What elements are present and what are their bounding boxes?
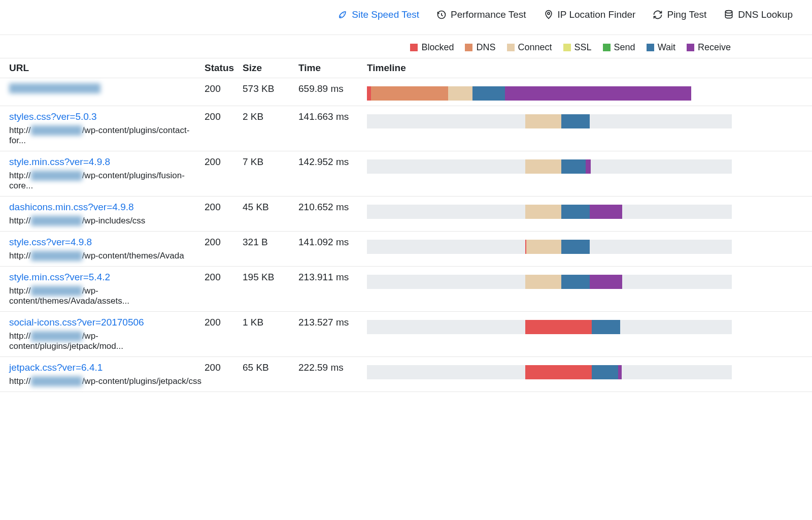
cell-time: 222.59 ms <box>298 362 367 373</box>
blurred-url: redacted-domain <box>9 83 100 93</box>
blurred-host: example.com <box>31 251 82 261</box>
cell-size: 2 KB <box>243 111 298 122</box>
segment-receive <box>590 275 622 289</box>
legend-swatch <box>465 44 472 51</box>
col-timeline: Timeline <box>367 62 803 74</box>
segment-wait <box>561 240 590 254</box>
segment-connect <box>525 275 562 289</box>
col-time: Time <box>298 62 367 74</box>
legend-blocked: Blocked <box>410 42 454 53</box>
legend-swatch <box>647 44 654 51</box>
cell-timeline <box>367 202 803 219</box>
cell-time: 213.911 ms <box>298 272 367 283</box>
nav-performance-test[interactable]: Performance Test <box>436 9 526 20</box>
timeline-bar <box>367 114 732 128</box>
segment-dns <box>371 86 448 101</box>
resource-path: http://example.com/wp-content/plugins/fu… <box>9 171 205 191</box>
table-header: URL Status Size Time Timeline <box>0 58 812 78</box>
cell-size: 195 KB <box>243 272 298 283</box>
cell-status: 200 <box>205 362 243 373</box>
table-row: style.min.css?ver=4.9.8http://example.co… <box>0 151 812 197</box>
cell-status: 200 <box>205 237 243 248</box>
timeline-bar <box>367 320 732 334</box>
nav-label: Ping Test <box>667 9 706 20</box>
resource-path: http://example.com/wp-content/plugins/je… <box>9 331 205 351</box>
cell-url: styles.css?ver=5.0.3http://example.com/w… <box>9 111 205 146</box>
table-row: style.min.css?ver=5.4.2http://example.co… <box>0 267 812 312</box>
timeline-bar <box>367 240 732 254</box>
legend-dns: DNS <box>465 42 495 53</box>
resource-path: http://example.com/wp-content/themes/Ava… <box>9 251 205 261</box>
blurred-host: example.com <box>31 171 82 181</box>
col-status: Status <box>205 62 243 74</box>
legend-label: DNS <box>476 42 495 53</box>
cell-url: redacted-domain <box>9 83 205 94</box>
segment-blocked <box>367 86 371 101</box>
legend-swatch <box>563 44 571 51</box>
segment-receive <box>586 159 591 174</box>
cell-status: 200 <box>205 272 243 283</box>
legend-label: SSL <box>574 42 592 53</box>
legend-swatch <box>603 44 611 51</box>
cell-size: 45 KB <box>243 202 298 213</box>
cell-size: 321 B <box>243 237 298 248</box>
resource-link[interactable]: jetpack.css?ver=6.4.1 <box>9 362 205 373</box>
resource-path: http://example.com/wp-content/plugins/je… <box>9 376 205 386</box>
legend-connect: Connect <box>507 42 552 53</box>
legend-label: Connect <box>518 42 552 53</box>
resource-link[interactable]: style.min.css?ver=4.9.8 <box>9 156 205 168</box>
nav-ping-test[interactable]: Ping Test <box>653 9 706 20</box>
nav-ip-location-finder[interactable]: IP Location Finder <box>544 9 636 20</box>
legend-wait: Wait <box>647 42 675 53</box>
segment-wait <box>472 86 505 101</box>
cell-time: 213.527 ms <box>298 317 367 328</box>
table-row: social-icons.css?ver=20170506http://exam… <box>0 312 812 357</box>
resource-link[interactable]: style.css?ver=4.9.8 <box>9 237 205 248</box>
segment-connect <box>525 205 562 219</box>
resource-link[interactable]: dashicons.min.css?ver=4.9.8 <box>9 202 205 213</box>
segment-receive <box>505 86 691 101</box>
waterfall-table-body: redacted-domain200573 KB659.89 msstyles.… <box>0 78 812 392</box>
segment-wait <box>561 114 590 128</box>
cell-timeline <box>367 111 803 128</box>
timeline-legend: BlockedDNSConnectSSLSendWaitReceive <box>0 35 812 58</box>
resource-link[interactable]: styles.css?ver=5.0.3 <box>9 111 205 122</box>
segment-connect <box>526 240 562 254</box>
legend-label: Send <box>614 42 635 53</box>
table-row: style.css?ver=4.9.8http://example.com/wp… <box>0 232 812 267</box>
legend-send: Send <box>603 42 635 53</box>
cell-size: 65 KB <box>243 362 298 373</box>
resource-link[interactable]: style.min.css?ver=5.4.2 <box>9 272 205 283</box>
cell-url: style.min.css?ver=5.4.2http://example.co… <box>9 272 205 306</box>
cell-status: 200 <box>205 111 243 122</box>
segment-wait <box>561 275 590 289</box>
cell-timeline <box>367 83 803 101</box>
refresh-icon <box>653 10 663 20</box>
legend-swatch <box>687 44 694 51</box>
cell-status: 200 <box>205 202 243 213</box>
cell-timeline <box>367 272 803 289</box>
segment-connect <box>525 159 562 174</box>
col-url: URL <box>9 62 205 74</box>
timeline-bar <box>367 275 732 289</box>
resource-link[interactable]: social-icons.css?ver=20170506 <box>9 317 205 328</box>
blurred-host: example.com <box>31 331 82 341</box>
location-icon <box>544 10 554 20</box>
cell-status: 200 <box>205 156 243 168</box>
nav-site-speed-test[interactable]: Site Speed Test <box>337 9 419 20</box>
rocket-icon <box>337 10 348 20</box>
cell-url: jetpack.css?ver=6.4.1http://example.com/… <box>9 362 205 386</box>
cell-url: social-icons.css?ver=20170506http://exam… <box>9 317 205 351</box>
legend-swatch <box>410 44 418 51</box>
timeline-bar <box>367 86 732 101</box>
cell-size: 1 KB <box>243 317 298 328</box>
nav-dns-lookup[interactable]: DNS Lookup <box>724 9 793 20</box>
cell-status: 200 <box>205 83 243 94</box>
cell-status: 200 <box>205 317 243 328</box>
cell-url: dashicons.min.css?ver=4.9.8http://exampl… <box>9 202 205 226</box>
legend-label: Blocked <box>421 42 454 53</box>
cell-timeline <box>367 156 803 174</box>
blurred-host: example.com <box>31 376 82 386</box>
cell-size: 7 KB <box>243 156 298 168</box>
blurred-host: example.com <box>31 125 82 136</box>
